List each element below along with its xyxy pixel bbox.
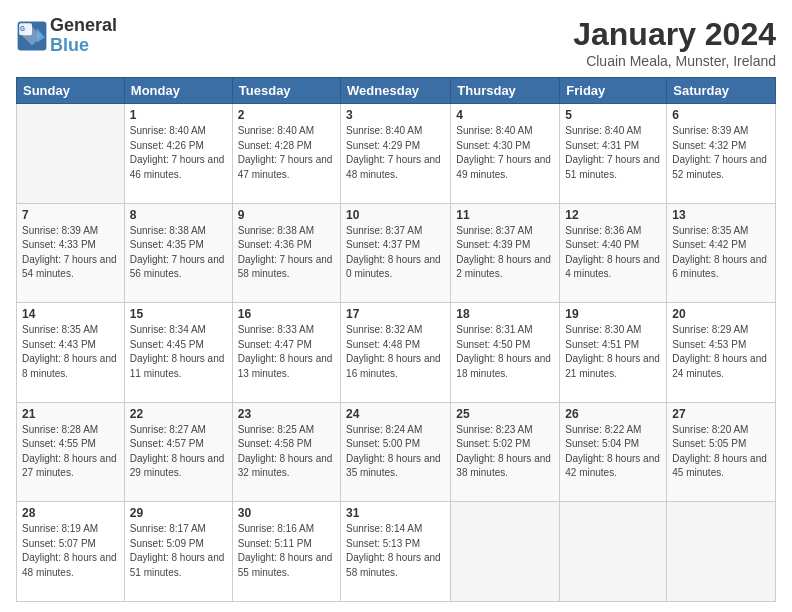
day-info: Sunrise: 8:38 AMSunset: 4:35 PMDaylight:… xyxy=(130,224,227,282)
day-number: 19 xyxy=(565,307,661,321)
month-title: January 2024 xyxy=(573,16,776,53)
logo-text: General Blue xyxy=(50,16,117,56)
day-cell: 21 Sunrise: 8:28 AMSunset: 4:55 PMDaylig… xyxy=(17,402,125,502)
day-cell: 12 Sunrise: 8:36 AMSunset: 4:40 PMDaylig… xyxy=(560,203,667,303)
day-info: Sunrise: 8:19 AMSunset: 5:07 PMDaylight:… xyxy=(22,522,119,580)
day-info: Sunrise: 8:20 AMSunset: 5:05 PMDaylight:… xyxy=(672,423,770,481)
day-number: 5 xyxy=(565,108,661,122)
day-number: 13 xyxy=(672,208,770,222)
day-cell: 16 Sunrise: 8:33 AMSunset: 4:47 PMDaylig… xyxy=(232,303,340,403)
day-cell: 14 Sunrise: 8:35 AMSunset: 4:43 PMDaylig… xyxy=(17,303,125,403)
day-number: 6 xyxy=(672,108,770,122)
header-saturday: Saturday xyxy=(667,78,776,104)
location: Cluain Meala, Munster, Ireland xyxy=(573,53,776,69)
header-row: Sunday Monday Tuesday Wednesday Thursday… xyxy=(17,78,776,104)
day-number: 4 xyxy=(456,108,554,122)
day-info: Sunrise: 8:27 AMSunset: 4:57 PMDaylight:… xyxy=(130,423,227,481)
day-info: Sunrise: 8:29 AMSunset: 4:53 PMDaylight:… xyxy=(672,323,770,381)
day-cell: 17 Sunrise: 8:32 AMSunset: 4:48 PMDaylig… xyxy=(341,303,451,403)
day-number: 25 xyxy=(456,407,554,421)
day-info: Sunrise: 8:30 AMSunset: 4:51 PMDaylight:… xyxy=(565,323,661,381)
day-info: Sunrise: 8:40 AMSunset: 4:31 PMDaylight:… xyxy=(565,124,661,182)
day-cell: 2 Sunrise: 8:40 AMSunset: 4:28 PMDayligh… xyxy=(232,104,340,204)
day-number: 3 xyxy=(346,108,445,122)
logo-icon: G xyxy=(16,20,48,52)
day-number: 11 xyxy=(456,208,554,222)
day-info: Sunrise: 8:39 AMSunset: 4:33 PMDaylight:… xyxy=(22,224,119,282)
day-number: 17 xyxy=(346,307,445,321)
header-tuesday: Tuesday xyxy=(232,78,340,104)
day-number: 31 xyxy=(346,506,445,520)
day-number: 24 xyxy=(346,407,445,421)
day-cell xyxy=(560,502,667,602)
day-number: 12 xyxy=(565,208,661,222)
day-cell: 30 Sunrise: 8:16 AMSunset: 5:11 PMDaylig… xyxy=(232,502,340,602)
day-info: Sunrise: 8:22 AMSunset: 5:04 PMDaylight:… xyxy=(565,423,661,481)
day-number: 21 xyxy=(22,407,119,421)
day-number: 15 xyxy=(130,307,227,321)
day-number: 30 xyxy=(238,506,335,520)
day-info: Sunrise: 8:36 AMSunset: 4:40 PMDaylight:… xyxy=(565,224,661,282)
day-cell: 15 Sunrise: 8:34 AMSunset: 4:45 PMDaylig… xyxy=(124,303,232,403)
day-number: 14 xyxy=(22,307,119,321)
day-number: 7 xyxy=(22,208,119,222)
day-number: 29 xyxy=(130,506,227,520)
day-number: 18 xyxy=(456,307,554,321)
day-cell: 11 Sunrise: 8:37 AMSunset: 4:39 PMDaylig… xyxy=(451,203,560,303)
title-area: January 2024 Cluain Meala, Munster, Irel… xyxy=(573,16,776,69)
day-cell: 9 Sunrise: 8:38 AMSunset: 4:36 PMDayligh… xyxy=(232,203,340,303)
day-number: 20 xyxy=(672,307,770,321)
header: G General Blue January 2024 Cluain Meala… xyxy=(16,16,776,69)
day-cell: 8 Sunrise: 8:38 AMSunset: 4:35 PMDayligh… xyxy=(124,203,232,303)
day-cell xyxy=(451,502,560,602)
day-cell: 31 Sunrise: 8:14 AMSunset: 5:13 PMDaylig… xyxy=(341,502,451,602)
day-info: Sunrise: 8:38 AMSunset: 4:36 PMDaylight:… xyxy=(238,224,335,282)
day-info: Sunrise: 8:40 AMSunset: 4:30 PMDaylight:… xyxy=(456,124,554,182)
day-info: Sunrise: 8:31 AMSunset: 4:50 PMDaylight:… xyxy=(456,323,554,381)
day-cell: 22 Sunrise: 8:27 AMSunset: 4:57 PMDaylig… xyxy=(124,402,232,502)
svg-text:G: G xyxy=(20,25,25,32)
week-row-3: 21 Sunrise: 8:28 AMSunset: 4:55 PMDaylig… xyxy=(17,402,776,502)
header-monday: Monday xyxy=(124,78,232,104)
day-cell: 28 Sunrise: 8:19 AMSunset: 5:07 PMDaylig… xyxy=(17,502,125,602)
day-info: Sunrise: 8:37 AMSunset: 4:37 PMDaylight:… xyxy=(346,224,445,282)
week-row-2: 14 Sunrise: 8:35 AMSunset: 4:43 PMDaylig… xyxy=(17,303,776,403)
day-cell: 1 Sunrise: 8:40 AMSunset: 4:26 PMDayligh… xyxy=(124,104,232,204)
week-row-4: 28 Sunrise: 8:19 AMSunset: 5:07 PMDaylig… xyxy=(17,502,776,602)
day-cell: 24 Sunrise: 8:24 AMSunset: 5:00 PMDaylig… xyxy=(341,402,451,502)
day-cell xyxy=(667,502,776,602)
day-cell: 13 Sunrise: 8:35 AMSunset: 4:42 PMDaylig… xyxy=(667,203,776,303)
day-number: 8 xyxy=(130,208,227,222)
day-cell: 7 Sunrise: 8:39 AMSunset: 4:33 PMDayligh… xyxy=(17,203,125,303)
day-number: 9 xyxy=(238,208,335,222)
day-number: 23 xyxy=(238,407,335,421)
header-wednesday: Wednesday xyxy=(341,78,451,104)
day-info: Sunrise: 8:14 AMSunset: 5:13 PMDaylight:… xyxy=(346,522,445,580)
header-thursday: Thursday xyxy=(451,78,560,104)
day-cell: 27 Sunrise: 8:20 AMSunset: 5:05 PMDaylig… xyxy=(667,402,776,502)
day-number: 1 xyxy=(130,108,227,122)
day-cell: 20 Sunrise: 8:29 AMSunset: 4:53 PMDaylig… xyxy=(667,303,776,403)
day-number: 22 xyxy=(130,407,227,421)
day-info: Sunrise: 8:28 AMSunset: 4:55 PMDaylight:… xyxy=(22,423,119,481)
day-info: Sunrise: 8:39 AMSunset: 4:32 PMDaylight:… xyxy=(672,124,770,182)
day-info: Sunrise: 8:23 AMSunset: 5:02 PMDaylight:… xyxy=(456,423,554,481)
day-cell: 23 Sunrise: 8:25 AMSunset: 4:58 PMDaylig… xyxy=(232,402,340,502)
week-row-0: 1 Sunrise: 8:40 AMSunset: 4:26 PMDayligh… xyxy=(17,104,776,204)
day-info: Sunrise: 8:34 AMSunset: 4:45 PMDaylight:… xyxy=(130,323,227,381)
day-info: Sunrise: 8:24 AMSunset: 5:00 PMDaylight:… xyxy=(346,423,445,481)
week-row-1: 7 Sunrise: 8:39 AMSunset: 4:33 PMDayligh… xyxy=(17,203,776,303)
day-info: Sunrise: 8:40 AMSunset: 4:29 PMDaylight:… xyxy=(346,124,445,182)
day-info: Sunrise: 8:40 AMSunset: 4:26 PMDaylight:… xyxy=(130,124,227,182)
day-info: Sunrise: 8:16 AMSunset: 5:11 PMDaylight:… xyxy=(238,522,335,580)
day-number: 28 xyxy=(22,506,119,520)
header-sunday: Sunday xyxy=(17,78,125,104)
day-number: 27 xyxy=(672,407,770,421)
day-number: 26 xyxy=(565,407,661,421)
day-info: Sunrise: 8:40 AMSunset: 4:28 PMDaylight:… xyxy=(238,124,335,182)
day-info: Sunrise: 8:32 AMSunset: 4:48 PMDaylight:… xyxy=(346,323,445,381)
day-cell: 10 Sunrise: 8:37 AMSunset: 4:37 PMDaylig… xyxy=(341,203,451,303)
logo: G General Blue xyxy=(16,16,117,56)
day-cell xyxy=(17,104,125,204)
day-number: 16 xyxy=(238,307,335,321)
